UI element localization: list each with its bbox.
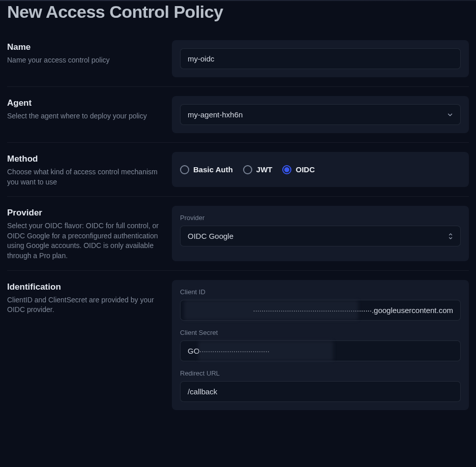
section-name-left: Name Name your access control policy (7, 40, 166, 77)
client-secret-group: Client Secret (180, 329, 461, 361)
section-provider-left: Provider Select your OIDC flavor: OIDC f… (7, 206, 166, 261)
section-method-right: Basic Auth JWT OIDC (172, 152, 469, 187)
name-label: Name (7, 42, 166, 52)
name-input[interactable] (180, 48, 461, 69)
provider-select-wrap: OIDC Google (180, 226, 461, 246)
radio-oidc-label: OIDC (295, 165, 315, 174)
method-label: Method (7, 154, 166, 164)
agent-select[interactable]: my-agent-hxh6n (180, 104, 461, 125)
section-method: Method Choose what kind of access contro… (7, 143, 469, 196)
method-radio-row: Basic Auth JWT OIDC (180, 165, 315, 174)
page-title: New Access Control Policy (7, 2, 469, 22)
section-identification-right: Client ID Client Secret Redirect URL (172, 280, 469, 410)
radio-basic-auth[interactable]: Basic Auth (180, 165, 233, 174)
client-id-wrap (180, 300, 461, 321)
agent-label: Agent (7, 98, 166, 108)
client-secret-label: Client Secret (180, 329, 461, 336)
redacted-overlay (198, 341, 333, 361)
radio-jwt[interactable]: JWT (243, 165, 273, 174)
section-provider-right: Provider OIDC Google (172, 206, 469, 261)
identification-desc: ClientID and ClientSecret are provided b… (7, 295, 166, 315)
radio-oidc[interactable]: OIDC (282, 165, 315, 174)
method-desc: Choose what kind of access control mecha… (7, 167, 166, 187)
provider-select[interactable]: OIDC Google (180, 226, 461, 246)
radio-basic-auth-label: Basic Auth (193, 165, 233, 174)
redirect-url-group: Redirect URL (180, 369, 461, 402)
section-name-right (172, 40, 469, 77)
provider-field-label: Provider (180, 214, 461, 222)
top-hairline (0, 0, 476, 1)
section-agent-right: my-agent-hxh6n (172, 96, 469, 133)
radio-icon (180, 165, 189, 174)
radio-icon (243, 165, 252, 174)
redirect-url-label: Redirect URL (180, 369, 461, 377)
section-agent-left: Agent Select the agent where to deploy y… (7, 96, 166, 133)
section-method-left: Method Choose what kind of access contro… (7, 152, 166, 187)
radio-icon-selected (282, 165, 291, 174)
redacted-overlay (184, 300, 358, 320)
client-secret-wrap (180, 340, 461, 361)
section-name: Name Name your access control policy (7, 31, 469, 86)
radio-dot (284, 167, 289, 172)
client-id-label: Client ID (180, 288, 461, 296)
name-desc: Name your access control policy (7, 55, 166, 66)
provider-field-group: Provider OIDC Google (180, 214, 461, 246)
section-identification: Identification ClientID and ClientSecret… (7, 271, 469, 419)
agent-select-wrap: my-agent-hxh6n (180, 104, 461, 125)
section-provider: Provider Select your OIDC flavor: OIDC f… (7, 197, 469, 270)
client-id-group: Client ID (180, 288, 461, 321)
page-container: New Access Control Policy Name Name your… (0, 2, 476, 419)
radio-jwt-label: JWT (256, 165, 273, 174)
section-agent: Agent Select the agent where to deploy y… (7, 87, 469, 142)
redirect-url-input[interactable] (180, 381, 461, 402)
agent-desc: Select the agent where to deploy your po… (7, 111, 166, 121)
identification-label: Identification (7, 282, 166, 292)
provider-label: Provider (7, 208, 166, 218)
section-identification-left: Identification ClientID and ClientSecret… (7, 280, 166, 410)
provider-desc: Select your OIDC flavor: OIDC for full c… (7, 221, 166, 261)
